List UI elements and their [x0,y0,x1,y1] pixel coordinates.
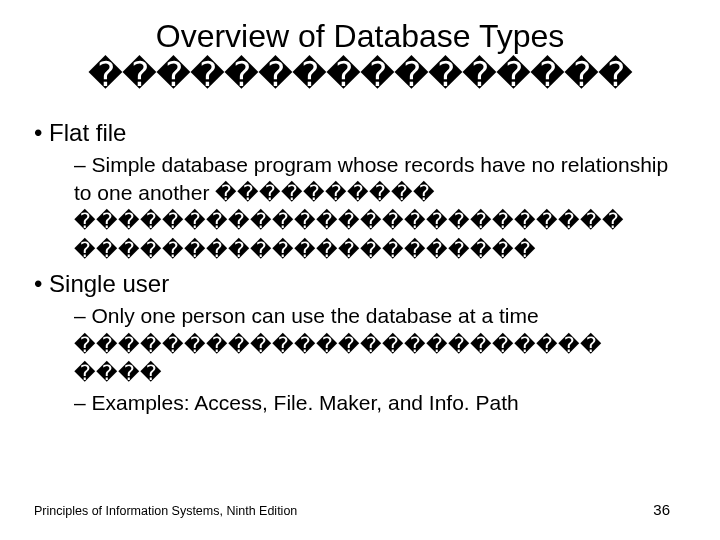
footer-text: Principles of Information Systems, Ninth… [34,504,297,518]
slide: Overview of Database Types �������������… [0,0,720,540]
bullet-single-user-desc: Only one person can use the database at … [74,302,686,387]
slide-title: Overview of Database Types [0,18,720,55]
bullet-single-user: Single user [34,270,686,298]
page-number: 36 [653,501,670,518]
bullet-examples: Examples: Access, File. Maker, and Info.… [74,389,686,417]
title-block: Overview of Database Types �������������… [0,0,720,91]
bullet-flat-file-desc: Simple database program whose records ha… [74,151,686,264]
bullet-flat-file: Flat file [34,119,686,147]
title-glyph-row: ���������������� [0,57,720,91]
slide-body: Flat file Simple database program whose … [0,91,720,418]
